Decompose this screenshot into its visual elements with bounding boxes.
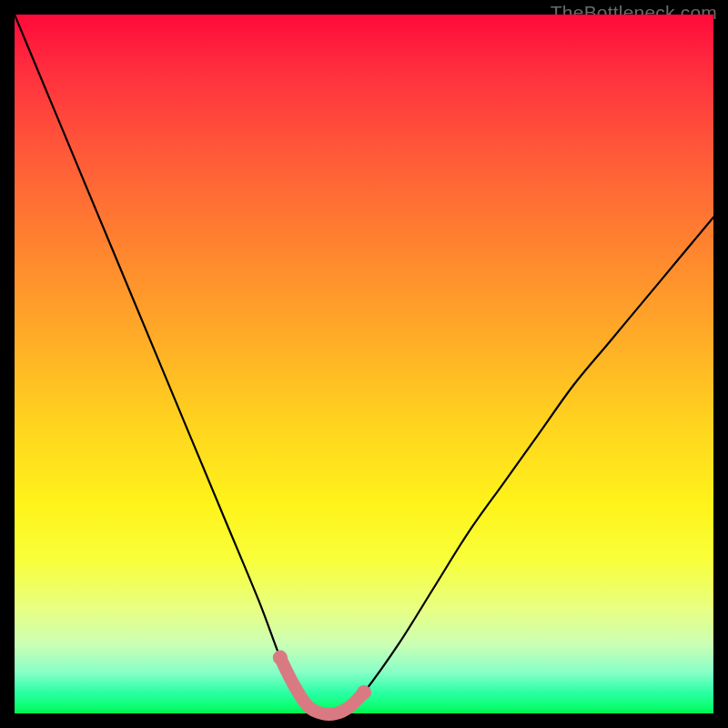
highlight-end-dot <box>357 685 371 700</box>
chart-frame: TheBottleneck.com <box>0 0 728 728</box>
bottleneck-curve <box>15 15 713 714</box>
optimal-zone-highlight <box>280 658 364 714</box>
highlight-end-dot <box>273 651 288 665</box>
plot-area <box>15 15 713 713</box>
curve-svg <box>15 15 713 713</box>
